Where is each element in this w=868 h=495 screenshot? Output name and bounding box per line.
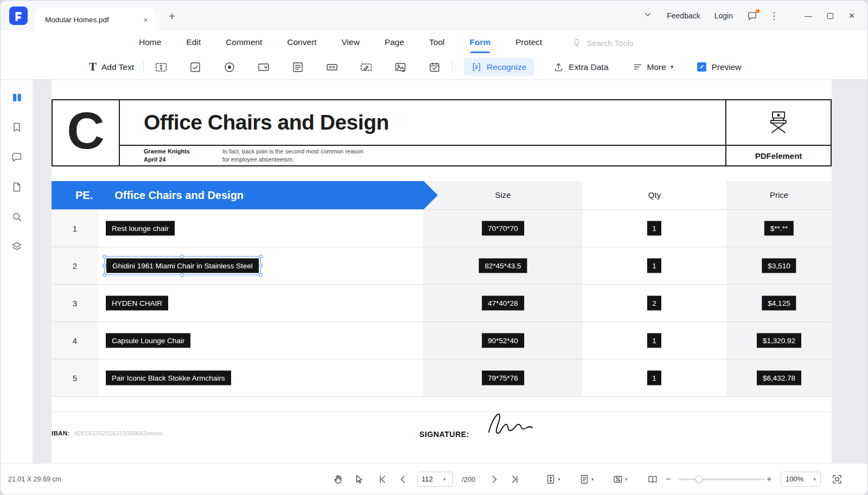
row-number: 2 xyxy=(52,247,98,284)
last-page-button[interactable] xyxy=(507,472,522,487)
zoom-level-select[interactable]: 100% ▾ xyxy=(781,472,821,487)
selection-handle[interactable] xyxy=(180,255,184,259)
hand-tool-icon[interactable] xyxy=(330,472,346,487)
zoom-in-button[interactable]: + xyxy=(767,474,771,484)
field-chip-price[interactable]: $4,125 xyxy=(762,296,796,311)
extra-data-button[interactable]: Extra Data xyxy=(553,62,608,72)
field-chip-price[interactable]: $**.** xyxy=(764,221,794,236)
checkbox-field-icon[interactable] xyxy=(187,59,203,75)
menu-edit[interactable]: Edit xyxy=(174,31,213,55)
document-tab[interactable]: Modular Homes.pdf × xyxy=(35,8,156,31)
attachments-panel-icon[interactable] xyxy=(8,178,26,196)
select-tool-icon[interactable] xyxy=(351,472,366,487)
radio-field-icon[interactable] xyxy=(221,59,238,75)
thumbnails-panel-icon[interactable] xyxy=(8,88,26,107)
bookmarks-panel-icon[interactable] xyxy=(8,118,26,137)
field-chip-name[interactable]: Ghidini 1961 Miami Chair in Stainless St… xyxy=(106,259,259,273)
comments-panel-icon[interactable] xyxy=(8,148,26,166)
page-number-input-box[interactable]: ▾ xyxy=(417,472,453,487)
maximize-button[interactable] xyxy=(822,8,838,24)
new-tab-button[interactable]: + xyxy=(169,10,175,22)
more-menu-icon[interactable]: ⋮ xyxy=(769,10,778,22)
page-number-input[interactable] xyxy=(422,475,440,483)
feedback-link[interactable]: Feedback xyxy=(667,11,700,20)
facing-pages-button[interactable] xyxy=(645,472,660,487)
field-chip-price[interactable]: $3,510 xyxy=(762,259,796,273)
zoom-out-button[interactable]: − xyxy=(666,474,671,484)
zoom-slider[interactable] xyxy=(679,475,765,483)
menu-convert[interactable]: Convert xyxy=(275,31,329,55)
previous-page-button[interactable] xyxy=(395,472,411,487)
field-chip-name[interactable]: Rest lounge chair xyxy=(106,221,175,236)
login-link[interactable]: Login xyxy=(714,11,733,20)
document-viewport[interactable]: C Office Chairs and Design Graeme Knight… xyxy=(33,80,867,463)
field-chip-size[interactable]: 82*45*43.5 xyxy=(479,259,527,273)
svg-text:BTN: BTN xyxy=(329,66,335,69)
minimize-button[interactable]: — xyxy=(800,8,816,24)
menubar: Home Edit Comment Convert View Page Tool… xyxy=(1,31,867,55)
field-chip-qty[interactable]: 1 xyxy=(647,371,661,385)
field-chip-price[interactable]: $1,320.92 xyxy=(757,333,801,348)
field-chip-qty[interactable]: 1 xyxy=(647,333,661,348)
listbox-field-icon[interactable] xyxy=(290,59,306,75)
selection-handle[interactable] xyxy=(259,263,263,267)
menu-tool[interactable]: Tool xyxy=(417,31,457,55)
zoom-slider-thumb[interactable] xyxy=(695,475,703,483)
doc-header-brand-cell: PDFelement xyxy=(725,100,831,165)
menu-protect[interactable]: Protect xyxy=(503,31,554,55)
page-layout-select[interactable]: ▾ xyxy=(579,474,594,485)
add-text-button[interactable]: T Add Text xyxy=(89,61,134,73)
app-logo-icon[interactable] xyxy=(9,7,28,25)
first-page-button[interactable] xyxy=(375,472,390,487)
menu-page[interactable]: Page xyxy=(372,31,417,55)
dropdown-field-icon[interactable] xyxy=(256,59,272,75)
tab-list-chevron-icon[interactable] xyxy=(644,11,652,21)
image-field-icon[interactable] xyxy=(392,59,409,75)
messages-icon[interactable] xyxy=(747,11,757,21)
button-field-icon[interactable]: BTN xyxy=(324,59,340,75)
titlebar-actions: Feedback Login ⋮ — × xyxy=(644,1,860,31)
field-chip-name[interactable]: Pair Iconic Black Stokke Armchairs xyxy=(106,371,231,385)
recognize-button[interactable]: Recognize xyxy=(464,58,534,76)
selection-handle[interactable] xyxy=(103,255,106,259)
menu-form-active[interactable]: Form xyxy=(457,31,503,55)
page-input-chevron-icon[interactable]: ▾ xyxy=(443,477,446,482)
field-chip-qty[interactable]: 1 xyxy=(647,221,661,236)
date-field-icon[interactable] xyxy=(426,59,443,75)
field-chip-size[interactable]: 79*75*76 xyxy=(482,371,524,385)
field-chip-name[interactable]: Capsule Lounge Chair xyxy=(106,333,190,348)
close-window-button[interactable]: × xyxy=(844,8,860,24)
field-chip-size[interactable]: 47*40*28 xyxy=(482,296,524,311)
selected-field-chip[interactable]: Ghidini 1961 Miami Chair in Stainless St… xyxy=(104,256,261,275)
field-chip-size[interactable]: 90*52*40 xyxy=(482,333,524,348)
field-chip-name[interactable]: HYDEN CHAIR xyxy=(106,296,168,311)
more-button[interactable]: More ▾ xyxy=(633,62,674,72)
fit-mode-select[interactable]: ▾ xyxy=(545,474,560,485)
selection-handle[interactable] xyxy=(103,263,106,267)
tab-close-icon[interactable]: × xyxy=(143,16,148,24)
menu-home[interactable]: Home xyxy=(126,31,174,55)
layers-panel-icon[interactable] xyxy=(8,237,26,256)
next-page-button[interactable] xyxy=(487,472,502,487)
zoom-slider-track[interactable] xyxy=(679,478,765,480)
menu-view[interactable]: View xyxy=(329,31,372,55)
zoom-ratio-select[interactable]: ▾ xyxy=(612,474,628,485)
text-field-icon[interactable] xyxy=(153,59,169,75)
fullscreen-button[interactable] xyxy=(829,472,845,487)
notification-dot xyxy=(756,9,760,13)
field-chip-size[interactable]: 70*70*70 xyxy=(482,221,524,236)
selection-handle[interactable] xyxy=(103,273,106,277)
menu-comment[interactable]: Comment xyxy=(213,31,275,55)
field-chip-price[interactable]: $6,432.78 xyxy=(757,371,801,385)
preview-toggle[interactable]: ✓ Preview xyxy=(697,62,741,72)
selection-handle[interactable] xyxy=(180,273,184,277)
search-tools[interactable]: Search Tools xyxy=(572,38,633,48)
preview-checkbox[interactable]: ✓ xyxy=(697,62,706,72)
search-panel-icon[interactable] xyxy=(8,208,26,226)
selection-handle[interactable] xyxy=(259,255,263,259)
field-chip-qty[interactable]: 1 xyxy=(647,259,661,273)
pdf-page: C Office Chairs and Design Graeme Knight… xyxy=(52,80,832,463)
signature-field-icon[interactable] xyxy=(358,59,374,75)
selection-handle[interactable] xyxy=(259,273,263,277)
field-chip-qty[interactable]: 2 xyxy=(647,296,661,311)
